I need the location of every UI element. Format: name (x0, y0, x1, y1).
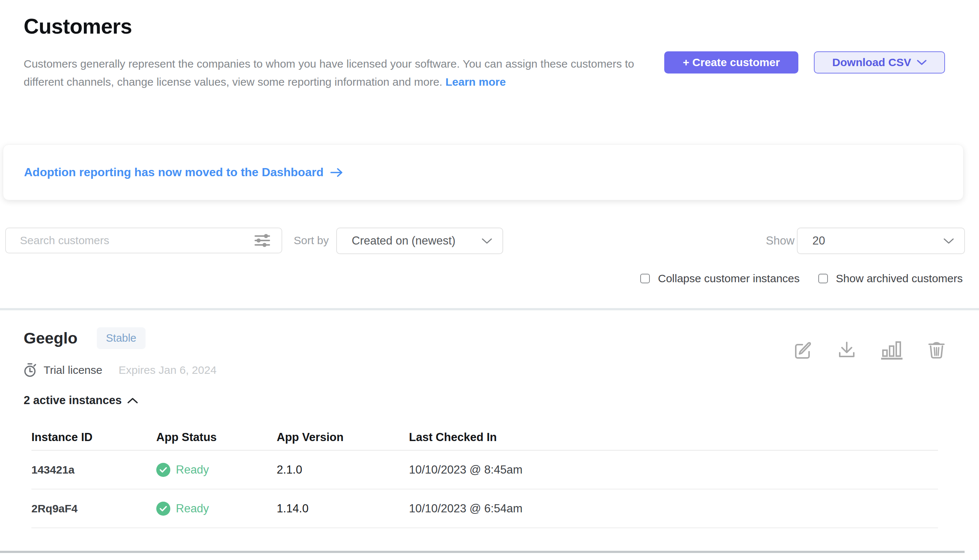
chevron-up-icon (127, 397, 138, 404)
show-label: Show (766, 228, 795, 254)
section-divider (0, 308, 979, 310)
app-version: 1.14.0 (277, 502, 409, 515)
page-description-text: Customers generally represent the compan… (23, 58, 634, 88)
active-instances-label: 2 active instances (23, 394, 122, 407)
sort-by-label: Sort by (294, 228, 329, 253)
show-count-select[interactable]: 20 (797, 228, 965, 254)
col-header-instance-id: Instance ID (32, 431, 156, 444)
status-text: Ready (176, 463, 209, 477)
app-version: 2.1.0 (277, 463, 409, 477)
create-customer-button[interactable]: + Create customer (664, 51, 798, 73)
table-row: 143421a Ready 2.1.0 10/10/2023 @ 8:45am (32, 451, 938, 490)
download-icon[interactable] (837, 341, 856, 360)
trash-icon[interactable] (927, 341, 946, 360)
last-checked-in: 10/10/2023 @ 6:54am (409, 502, 938, 515)
col-header-app-version: App Version (277, 431, 409, 444)
download-csv-button[interactable]: Download CSV (814, 51, 945, 73)
license-info-row: Trial license Expires Jan 6, 2024 (23, 363, 217, 378)
sort-select[interactable]: Created on (newest) (336, 228, 503, 254)
chevron-down-icon (482, 238, 492, 244)
timer-icon (23, 363, 37, 378)
instance-id: 143421a (32, 463, 156, 476)
instance-table: Instance ID App Status App Version Last … (32, 425, 938, 528)
collapse-instances-option[interactable]: Collapse customer instances (640, 272, 800, 285)
chevron-down-icon (917, 60, 927, 65)
collapse-instances-checkbox[interactable] (640, 274, 650, 283)
page-title: Customers (23, 14, 132, 38)
adoption-reporting-banner: Adoption reporting has now moved to the … (3, 145, 964, 200)
sort-select-value: Created on (newest) (337, 234, 455, 247)
show-archived-option[interactable]: Show archived customers (818, 272, 963, 285)
customer-actions (794, 341, 946, 360)
customer-header: Geeglo Stable (23, 327, 145, 349)
last-checked-in: 10/10/2023 @ 8:45am (409, 463, 938, 477)
table-options-row: Collapse customer instances Show archive… (640, 272, 963, 285)
arrow-right-icon (330, 167, 344, 178)
adoption-reporting-link[interactable]: Adoption reporting has now moved to the … (24, 165, 344, 179)
status-check-icon (156, 502, 170, 516)
page-description: Customers generally represent the compan… (23, 55, 639, 91)
download-csv-label: Download CSV (832, 56, 911, 69)
customer-name[interactable]: Geeglo (23, 329, 78, 347)
instance-table-header: Instance ID App Status App Version Last … (32, 425, 938, 451)
show-count-value: 20 (797, 234, 825, 247)
show-archived-checkbox[interactable] (818, 274, 828, 283)
col-header-app-status: App Status (156, 431, 277, 444)
license-type: Trial license (43, 364, 102, 377)
instance-id: 2Rq9aF4 (32, 502, 156, 515)
app-status: Ready (156, 502, 277, 516)
active-instances-toggle[interactable]: 2 active instances (23, 394, 138, 407)
collapse-instances-label: Collapse customer instances (658, 272, 800, 285)
table-row: 2Rq9aF4 Ready 1.14.0 10/10/2023 @ 6:54am (32, 490, 938, 528)
col-header-last-checked-in: Last Checked In (409, 431, 938, 444)
bar-chart-icon[interactable] (881, 341, 902, 360)
adoption-reporting-text: Adoption reporting has now moved to the … (24, 165, 324, 179)
edit-icon[interactable] (794, 341, 813, 360)
status-check-icon (156, 463, 170, 477)
learn-more-link[interactable]: Learn more (445, 76, 506, 88)
search-customers-box (5, 228, 282, 253)
app-status: Ready (156, 463, 277, 477)
show-archived-label: Show archived customers (836, 272, 963, 285)
filter-sliders-icon[interactable] (254, 233, 270, 247)
chevron-down-icon (944, 238, 954, 244)
status-text: Ready (176, 502, 209, 515)
channel-badge: Stable (97, 327, 145, 349)
search-input[interactable] (6, 234, 254, 247)
bottom-divider (0, 551, 965, 553)
license-expiry: Expires Jan 6, 2024 (118, 364, 217, 377)
